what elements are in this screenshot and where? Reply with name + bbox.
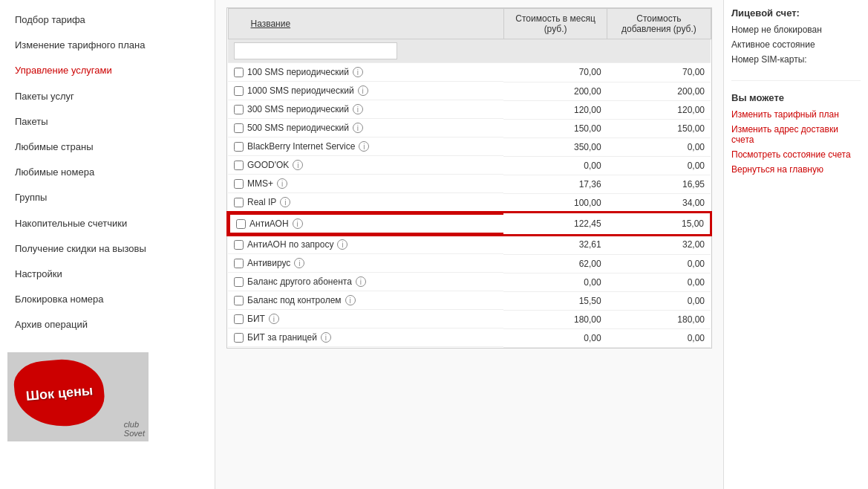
service-checkbox[interactable] (234, 179, 244, 189)
add-cost-cell: 32,00 (607, 235, 711, 254)
add-cost-cell: 0,00 (607, 291, 711, 310)
monthly-cost-cell: 122,45 (503, 213, 607, 235)
sidebar-item-packages[interactable]: Пакеты (0, 109, 215, 135)
service-checkbox[interactable] (236, 219, 246, 229)
service-name-label: Real IP (247, 197, 276, 207)
service-name-label: 100 SMS периодический (247, 67, 349, 77)
service-checkbox[interactable] (234, 142, 244, 152)
info-icon[interactable]: i (356, 276, 366, 287)
service-name-label: 1000 SMS периодический (247, 85, 354, 96)
link-back-to-main[interactable]: Вернуться на главную (731, 164, 861, 175)
monthly-cost-cell: 150,00 (503, 119, 607, 137)
service-checkbox[interactable] (234, 123, 244, 133)
info-icon[interactable]: i (280, 197, 290, 207)
account-status: Номер не блокирован (731, 25, 861, 35)
service-checkbox[interactable] (234, 240, 244, 250)
name-column-header[interactable]: Название (251, 19, 291, 29)
table-row: MMS+i17,3616,95 (228, 175, 711, 193)
info-icon[interactable]: i (277, 178, 287, 189)
info-icon[interactable]: i (269, 314, 279, 324)
you-can-title: Вы можете (731, 92, 861, 103)
sidebar-item-operations-archive[interactable]: Архив операций (0, 312, 215, 337)
table-row: Real IPi100,0034,00 (228, 193, 711, 213)
sidebar: Подбор тарифа Изменение тарифного плана … (0, 0, 215, 489)
sidebar-item-favorite-countries[interactable]: Любимые страны (0, 135, 215, 160)
monthly-cost-cell: 15,50 (503, 291, 607, 310)
service-name-label: 500 SMS периодический (247, 123, 349, 133)
monthly-cost-cell: 70,00 (503, 63, 607, 82)
info-icon[interactable]: i (358, 85, 368, 96)
services-table: Название Стоимость в месяц (руб.) Стоимо… (227, 8, 711, 348)
service-name-label: БИТ за границей (247, 332, 317, 343)
info-icon[interactable]: i (321, 332, 331, 343)
table-row: Баланс под контролемi15,500,00 (228, 291, 711, 310)
info-icon[interactable]: i (293, 218, 303, 229)
service-checkbox[interactable] (234, 161, 244, 170)
service-checkbox[interactable] (234, 277, 244, 287)
main-content: Название Стоимость в месяц (руб.) Стоимо… (215, 0, 723, 489)
sidebar-item-settings[interactable]: Настройки (0, 262, 215, 287)
add-cost-cell: 0,00 (607, 254, 711, 273)
sidebar-item-cumulative-counters[interactable]: Накопительные счетчики (0, 211, 215, 236)
monthly-cost-cell: 350,00 (503, 137, 607, 156)
account-section: Лицевой счет: Номер не блокирован Активн… (731, 7, 861, 81)
promo-banner[interactable]: Шок цены clubSovet (7, 352, 149, 441)
service-search-input[interactable] (234, 42, 397, 59)
add-cost-cell: 16,95 (607, 175, 711, 193)
service-name-cell: Баланс под контролемi (228, 291, 503, 310)
info-icon[interactable]: i (353, 123, 363, 133)
table-row: BlackBerry Internet Servicei350,000,00 (228, 137, 711, 156)
service-checkbox[interactable] (234, 333, 244, 343)
monthly-cost-cell: 200,00 (503, 82, 607, 100)
sim-label: Номер SIM-карты: (731, 54, 861, 65)
add-cost-cell: 0,00 (607, 273, 711, 291)
monthly-cost-cell: 0,00 (503, 156, 607, 175)
service-checkbox[interactable] (234, 68, 244, 77)
info-icon[interactable]: i (293, 160, 303, 170)
service-name-cell: GOOD'OKi (228, 156, 503, 175)
service-checkbox[interactable] (234, 105, 244, 114)
service-checkbox[interactable] (234, 86, 244, 96)
service-checkbox[interactable] (234, 296, 244, 305)
service-checkbox[interactable] (234, 259, 244, 268)
sidebar-item-number-block[interactable]: Блокировка номера (0, 287, 215, 312)
monthly-cost-cell: 100,00 (503, 193, 607, 213)
info-icon[interactable]: i (353, 104, 363, 114)
service-name-label: 300 SMS периодический (247, 104, 349, 114)
info-icon[interactable]: i (345, 295, 356, 305)
table-row: 1000 SMS периодическийi200,00200,00 (228, 82, 711, 100)
sidebar-item-favorite-numbers[interactable]: Любимые номера (0, 160, 215, 185)
info-icon[interactable]: i (353, 67, 363, 77)
add-cost-cell: 34,00 (607, 193, 711, 213)
add-cost-cell: 15,00 (607, 213, 711, 235)
sidebar-item-groups[interactable]: Группы (0, 185, 215, 210)
service-checkbox[interactable] (234, 314, 244, 324)
link-change-delivery[interactable]: Изменить адрес доставки счета (731, 124, 861, 145)
info-icon[interactable]: i (359, 141, 369, 152)
monthly-cost-cell: 0,00 (503, 273, 607, 291)
service-name-label: Баланс другого абонента (247, 276, 352, 287)
sidebar-item-call-discounts[interactable]: Получение скидки на вызовы (0, 236, 215, 262)
promo-text: Шок цены (19, 378, 100, 408)
service-name-label: GOOD'OK (247, 160, 289, 170)
service-name-cell: 100 SMS периодическийi (228, 63, 503, 82)
service-checkbox[interactable] (234, 198, 244, 207)
sidebar-item-change-tariff[interactable]: Изменение тарифного плана (0, 33, 215, 58)
sidebar-item-tariff-selection[interactable]: Подбор тарифа (0, 7, 215, 33)
service-name-cell: АнтиАОН по запросуi (228, 236, 503, 254)
service-name-label: MMS+ (247, 178, 273, 189)
add-cost-cell: 0,00 (607, 156, 711, 175)
sidebar-item-manage-services[interactable]: Управление услугами (0, 58, 215, 83)
table-row: АнтиАОНi122,4515,00 (228, 213, 711, 235)
add-cost-cell: 200,00 (607, 82, 711, 100)
table-row: 500 SMS периодическийi150,00150,00 (228, 119, 711, 137)
account-title: Лицевой счет: (731, 7, 861, 19)
info-icon[interactable]: i (337, 239, 347, 250)
info-icon[interactable]: i (294, 258, 304, 268)
service-name-cell: Баланс другого абонентаi (228, 273, 503, 291)
link-view-account-state[interactable]: Посмотреть состояние счета (731, 149, 861, 160)
table-row: 300 SMS периодическийi120,00120,00 (228, 100, 711, 119)
link-change-tariff[interactable]: Изменить тарифный план (731, 109, 861, 120)
sidebar-item-service-packages[interactable]: Пакеты услуг (0, 84, 215, 109)
club-logo: clubSovet (124, 420, 145, 438)
